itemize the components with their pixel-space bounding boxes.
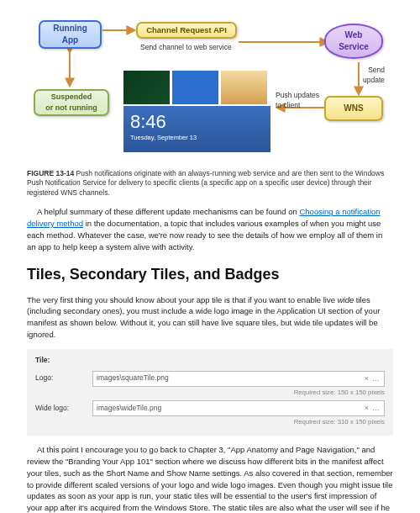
label-push-updates: Push updates to client [276,91,319,111]
box-web-service: Web Service [324,24,383,59]
manifest-widelogo-row: Wide logo: images\wideTile.png ×… [35,400,385,416]
label-send-update: Send update [363,66,385,86]
manifest-tile-section: Tile: Logo: images\squareTile.png ×… Req… [27,349,393,436]
lockscreen-time: 8:46 [130,109,264,135]
lockscreen-thumb: 8:46 Tuesday, September 13 [123,106,270,152]
architecture-diagram: Running App Channel Request API Web Serv… [27,15,393,162]
paragraph-summary: A helpful summary of these different upd… [27,206,393,252]
section-heading: Tiles, Secondary Tiles, and Badges [27,264,393,285]
browse-button[interactable]: … [372,404,381,412]
browse-button[interactable]: … [372,374,381,383]
paragraph-wide-tiles: The very first thing you should know abo… [27,294,393,341]
paragraph-branding: At this point I encourage you to go back… [27,444,393,513]
lockscreen-date: Tuesday, September 13 [130,134,264,143]
figure-caption-text: Push notifications originate with an alw… [27,169,384,197]
tile-thumb [172,71,218,104]
label-send-channel: Send channel to web service [140,43,232,53]
manifest-widelogo-field[interactable]: images\wideTile.png ×… [92,400,385,416]
clear-icon[interactable]: × [365,404,369,412]
manifest-logo-label: Logo: [35,373,84,383]
manifest-logo-hint: Required size: 150 x 150 pixels [35,389,385,398]
manifest-widelogo-hint: Required size: 310 x 150 pixels [35,418,385,427]
start-screen-thumb [123,71,170,104]
manifest-tile-header: Tile: [35,356,385,366]
manifest-logo-field[interactable]: images\squareTile.png ×… [92,371,385,387]
box-wns: WNS [324,96,383,121]
box-running-app: Running App [39,20,102,49]
manifest-widelogo-label: Wide logo: [35,404,84,414]
figure-caption: FIGURE 13-14 Push notifications originat… [27,169,393,198]
clear-icon[interactable]: × [365,374,369,383]
box-suspended: Suspended or not running [34,89,109,116]
manifest-logo-row: Logo: images\squareTile.png ×… [35,371,385,387]
photo-thumb [221,71,267,104]
box-channel-api: Channel Request API [136,22,237,39]
figure-label: FIGURE 13-14 [27,169,74,177]
